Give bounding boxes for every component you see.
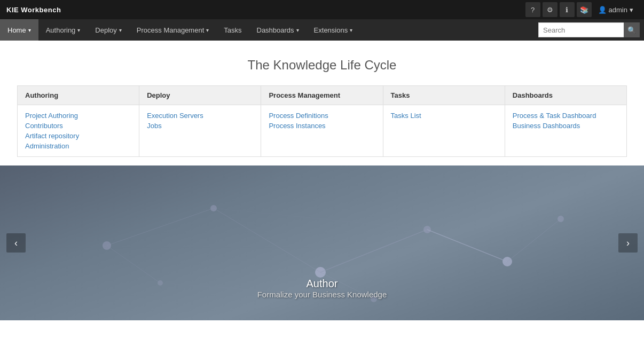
book-icon-button[interactable]: 📚 <box>577 2 592 17</box>
link-project-authoring[interactable]: Project Authoring <box>25 111 131 121</box>
mega-panel-body-tasks: Tasks List <box>383 105 505 126</box>
search-button[interactable]: 🔍 <box>624 22 640 37</box>
nav-caret-authoring: ▾ <box>77 27 80 33</box>
topbar: KIE Workbench ? ⚙ ℹ 📚 👤 admin ▾ <box>0 0 644 19</box>
mega-panel-body-process-management: Process Definitions Process Instances <box>261 105 382 136</box>
user-icon: 👤 <box>598 6 607 14</box>
mega-menu: Authoring Project Authoring Contributors… <box>17 85 627 157</box>
link-jobs[interactable]: Jobs <box>147 121 253 131</box>
mega-panel-process-management: Process Management Process Definitions P… <box>261 86 383 156</box>
nav-item-home[interactable]: Home ▾ <box>0 19 38 41</box>
link-process-task-dashboard[interactable]: Process & Task Dashboard <box>513 111 619 121</box>
user-menu-button[interactable]: 👤 admin ▾ <box>594 4 638 16</box>
mega-panel-header-process-management: Process Management <box>261 86 382 105</box>
mega-panel-header-tasks: Tasks <box>383 86 505 105</box>
carousel-overlay: Author Formalize your Business Knowledge <box>0 165 644 320</box>
mega-panel-header-deploy: Deploy <box>139 86 261 105</box>
carousel-subtitle: Formalize your Business Knowledge <box>257 290 387 299</box>
nav-item-process-management[interactable]: Process Management ▾ <box>129 19 216 41</box>
help-icon-button[interactable]: ? <box>525 2 540 17</box>
nav-label-home: Home <box>7 26 26 34</box>
nav-item-tasks[interactable]: Tasks <box>216 19 249 41</box>
carousel-prev-button[interactable]: ‹ <box>6 233 26 253</box>
link-tasks-list[interactable]: Tasks List <box>391 111 497 121</box>
nav-item-extensions[interactable]: Extensions ▾ <box>307 19 360 41</box>
mega-panel-body-deploy: Execution Servers Jobs <box>139 105 261 136</box>
nav-label-authoring: Authoring <box>46 26 76 34</box>
mega-panel-header-dashboards: Dashboards <box>505 86 626 105</box>
link-artifact-repository[interactable]: Artifact repository <box>25 131 131 141</box>
nav-caret-deploy: ▾ <box>119 27 122 33</box>
mega-panel-tasks: Tasks Tasks List <box>383 86 505 156</box>
info-icon-button[interactable]: ℹ <box>560 2 575 17</box>
nav-label-dashboards: Dashboards <box>257 26 294 34</box>
main-navbar: Home ▾ Authoring ▾ Deploy ▾ Process Mana… <box>0 19 644 41</box>
search-input[interactable] <box>538 22 624 37</box>
gear-icon-button[interactable]: ⚙ <box>543 2 557 17</box>
carousel-next-button[interactable]: › <box>618 233 638 253</box>
mega-panel-body-authoring: Project Authoring Contributors Artifact … <box>18 105 139 156</box>
nav-caret-home: ▾ <box>28 27 31 33</box>
nav-label-process-management: Process Management <box>137 26 204 34</box>
user-caret-icon: ▾ <box>630 6 633 14</box>
page-title: The Knowledge Life Cycle <box>0 41 644 85</box>
nav-item-deploy[interactable]: Deploy ▾ <box>88 19 129 41</box>
search-icon: 🔍 <box>627 26 636 34</box>
nav-label-extensions: Extensions <box>314 26 348 34</box>
mega-panel-dashboards: Dashboards Process & Task Dashboard Busi… <box>505 86 626 156</box>
nav-caret-process-management: ▾ <box>206 27 209 33</box>
topbar-icons: ? ⚙ ℹ 📚 👤 admin ▾ <box>525 2 638 17</box>
carousel-title: Author <box>307 278 338 290</box>
link-execution-servers[interactable]: Execution Servers <box>147 111 253 121</box>
link-process-instances[interactable]: Process Instances <box>269 121 375 131</box>
link-administration[interactable]: Administration <box>25 141 131 151</box>
link-process-definitions[interactable]: Process Definitions <box>269 111 375 121</box>
nav-caret-dashboards: ▾ <box>296 27 299 33</box>
nav-caret-extensions: ▾ <box>350 27 352 33</box>
nav-item-dashboards[interactable]: Dashboards ▾ <box>249 19 307 41</box>
hero-carousel: Author Formalize your Business Knowledge… <box>0 165 644 320</box>
brand-logo: KIE Workbench <box>6 6 61 14</box>
link-business-dashboards[interactable]: Business Dashboards <box>513 121 619 131</box>
mega-panel-header-authoring: Authoring <box>18 86 139 105</box>
nav-item-authoring[interactable]: Authoring ▾ <box>38 19 88 41</box>
search-area: 🔍 <box>534 19 644 41</box>
mega-panel-deploy: Deploy Execution Servers Jobs <box>139 86 261 156</box>
mega-panel-body-dashboards: Process & Task Dashboard Business Dashbo… <box>505 105 626 136</box>
nav-label-deploy: Deploy <box>95 26 116 34</box>
main-content: The Knowledge Life Cycle Authoring Proje… <box>0 41 644 339</box>
nav-items: Home ▾ Authoring ▾ Deploy ▾ Process Mana… <box>0 19 534 41</box>
link-contributors[interactable]: Contributors <box>25 121 131 131</box>
nav-label-tasks: Tasks <box>224 26 241 34</box>
mega-panel-authoring: Authoring Project Authoring Contributors… <box>18 86 139 156</box>
user-label: admin <box>609 6 627 14</box>
